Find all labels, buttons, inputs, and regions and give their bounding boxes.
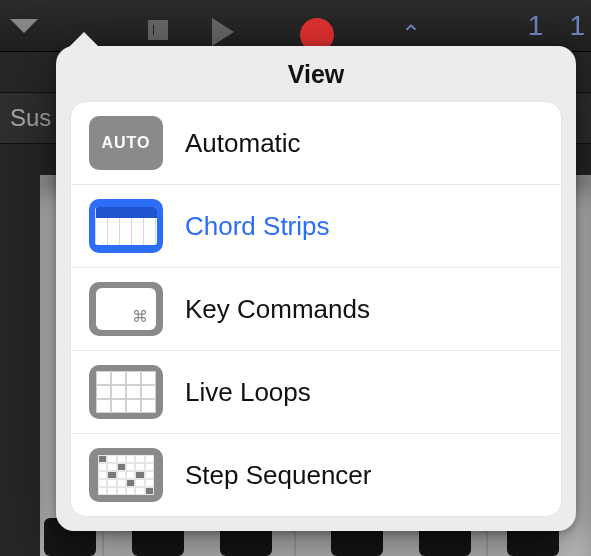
view-option-label: Key Commands [185, 294, 370, 325]
view-options-list: AUTO Automatic Chord Strips ⌘ Key Comman… [70, 101, 562, 517]
go-to-start-icon[interactable] [148, 20, 168, 40]
up-down-icon[interactable]: ⌃ [401, 20, 421, 48]
view-option-label: Chord Strips [185, 211, 330, 242]
view-option-label: Live Loops [185, 377, 311, 408]
counter-beat: 1 [569, 10, 585, 42]
step-sequencer-icon [89, 448, 163, 502]
auto-icon: AUTO [89, 116, 163, 170]
view-popover: View AUTO Automatic Chord Strips ⌘ Key C… [56, 46, 576, 531]
chevron-down-icon[interactable] [10, 19, 38, 33]
view-option-label: Step Sequencer [185, 460, 371, 491]
view-option-live-loops[interactable]: Live Loops [71, 351, 561, 434]
counter-bar: 1 [528, 10, 544, 42]
view-option-step-sequencer[interactable]: Step Sequencer [71, 434, 561, 516]
play-icon[interactable] [212, 18, 234, 46]
view-option-label: Automatic [185, 128, 301, 159]
view-option-automatic[interactable]: AUTO Automatic [71, 102, 561, 185]
popover-title: View [56, 46, 576, 101]
chord-strips-icon [89, 199, 163, 253]
view-option-key-commands[interactable]: ⌘ Key Commands [71, 268, 561, 351]
view-option-chord-strips[interactable]: Chord Strips [71, 185, 561, 268]
live-loops-icon [89, 365, 163, 419]
key-commands-icon: ⌘ [89, 282, 163, 336]
sustain-label: Sus [10, 104, 51, 132]
lcd-counter: 1 1 [528, 10, 585, 42]
